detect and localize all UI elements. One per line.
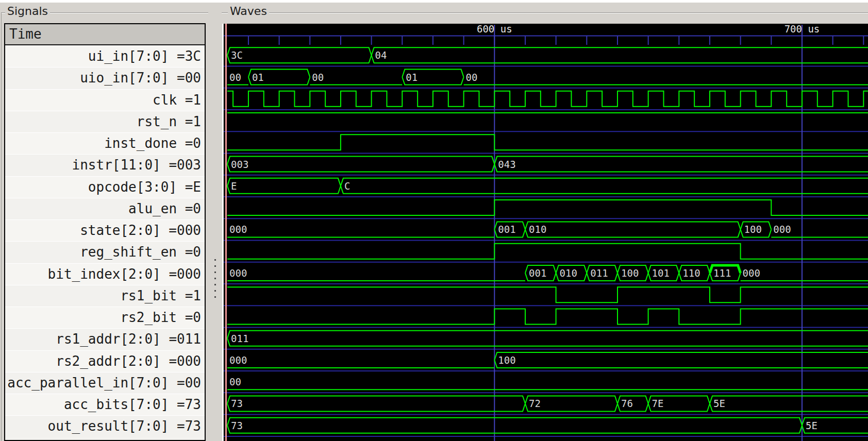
signal-row-clk[interactable]: clk =1 [5,89,205,111]
top-strip [0,0,868,3]
wave-value-label: 01 [406,72,418,83]
timeline-label: 600 us [477,24,512,35]
signal-row-rs2_bit[interactable]: rs2_bit =0 [5,307,205,328]
signals-list: Time ui_in[7:0] =3Cuio_in[7:0] =00clk =1… [4,23,206,441]
wave-value-label: 010 [529,224,546,235]
wave-value-label: 000 [773,224,791,235]
wave-value-label: 73 [231,398,243,409]
wave-value-label: 00 [466,72,478,83]
timeline-label: 700 us [784,24,820,35]
wave-value-label: 000 [229,267,247,279]
signal-row-acc_bits[interactable]: acc_bits[7:0] =73 [5,394,205,415]
baseline-marker[interactable] [225,24,227,441]
wave-value-label: 72 [529,398,541,409]
wave-value-label: 043 [498,159,515,170]
signals-frame-left-border [1,12,2,441]
wave-value-label: 04 [375,49,387,61]
wave-value-label: C [344,180,350,192]
wave-value-label: 000 [229,224,247,235]
signal-row-state[interactable]: state[2:0] =000 [5,219,205,241]
wave-canvas[interactable]: 600 us700 us3C040001000100003043EC000001… [224,24,868,441]
wave-value-label: 73 [231,420,243,431]
wave-value-label: 5E [806,420,817,431]
signals-frame-label: Signals [5,6,50,17]
signal-row-rs1_addr[interactable]: rs1_addr[2:0] =011 [5,328,205,350]
time-header[interactable]: Time [5,24,205,45]
signal-rows-container: ui_in[7:0] =3Cuio_in[7:0] =00clk =1rst_n… [5,45,205,437]
waves-frame-label: Waves [228,6,269,17]
wave-value-label: 00 [229,376,241,387]
wave-value-label: E [231,180,237,192]
signal-row-alu_en[interactable]: alu_en =0 [5,198,205,219]
wave-value-label: 001 [529,267,546,279]
wave-value-label: 100 [621,267,639,279]
signal-row-rs1_bit[interactable]: rs1_bit =1 [5,285,205,307]
signal-row-rs2_addr[interactable]: rs2_addr[2:0] =000 [5,350,205,372]
wave-value-label: 003 [231,159,248,170]
wave-value-label: 76 [621,398,633,409]
wave-value-label: 5E [713,398,725,409]
signal-row-opcode[interactable]: opcode[3:0] =E [5,176,205,198]
canvas-left-highlight [222,24,223,441]
wave-value-label: 000 [229,354,247,366]
wave-value-label: 010 [560,267,577,279]
wave-value-label: 100 [498,354,515,366]
wave-value-label: 111 [713,267,731,279]
wave-value-label: 011 [231,333,248,344]
signal-row-reg_shift_en[interactable]: reg_shift_en =0 [5,241,205,263]
signal-row-instr[interactable]: instr[11:0] =003 [5,154,205,176]
signal-row-uio_in[interactable]: uio_in[7:0] =00 [5,67,205,89]
waves-frame-border [222,12,868,13]
wave-value-label: 110 [682,267,700,279]
signal-row-out_result[interactable]: out_result[7:0] =73 [5,415,205,437]
wave-value-label: 101 [652,267,670,279]
signal-row-ui_in[interactable]: ui_in[7:0] =3C [5,45,205,67]
wave-value-label: 011 [590,267,608,279]
wave-value-label: 001 [498,224,515,235]
signal-row-rst_n[interactable]: rst_n =1 [5,111,205,132]
signal-row-inst_done[interactable]: inst_done =0 [5,132,205,154]
wave-value-label: 000 [743,267,760,279]
wave-value-label: 00 [229,72,241,83]
wave-value-label: 7E [652,398,664,409]
wave-value-label: 100 [744,224,762,235]
signal-row-bit_index[interactable]: bit_index[2:0] =000 [5,263,205,285]
wave-value-label: 00 [312,72,324,83]
pane-splitter[interactable] [207,23,223,441]
wave-value-label: 01 [252,72,264,83]
signal-row-acc_parallel_in[interactable]: acc_parallel_in[7:0] =00 [5,372,205,394]
wave-value-label: 3C [231,49,243,61]
